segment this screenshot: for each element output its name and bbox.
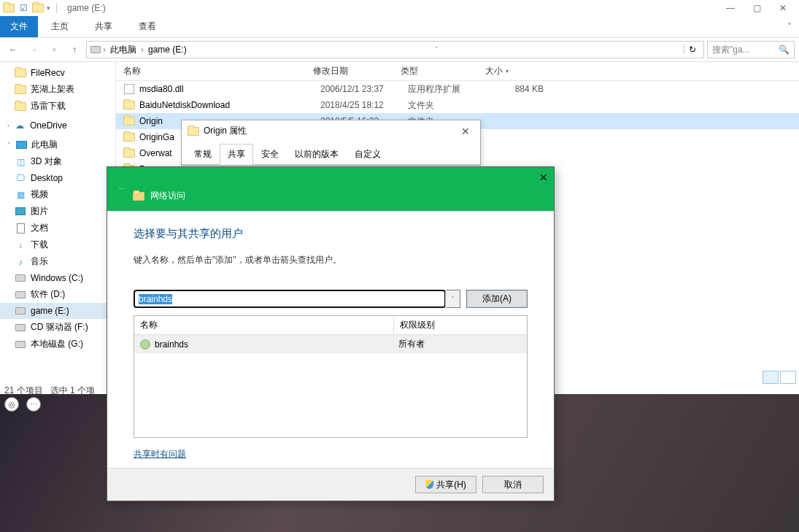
cancel-button[interactable]: 取消 xyxy=(482,476,544,493)
drive-icon xyxy=(90,44,101,55)
props-tab-security[interactable]: 安全 xyxy=(253,144,287,165)
ribbon: 文件 主页 共享 查看 ˅ xyxy=(0,16,799,38)
status-bar: 21 个项目 选中 1 个项 xyxy=(0,383,115,398)
props-tab-general[interactable]: 常规 xyxy=(186,144,220,165)
ribbon-toggle-icon[interactable]: ˅ xyxy=(780,19,799,35)
breadcrumb-thispc[interactable]: 此电脑 xyxy=(107,44,139,56)
tab-view[interactable]: 查看 xyxy=(126,16,169,37)
sidebar-item-xunlei[interactable]: 迅雷下载 xyxy=(0,98,115,115)
sidebar-item-desktop[interactable]: 🖵Desktop xyxy=(0,170,115,186)
dropdown-icon[interactable] xyxy=(32,2,44,14)
status-selected: 选中 1 个项 xyxy=(50,385,95,397)
network-icon xyxy=(133,190,144,202)
nav-bar: ← → ▾ ↑ › 此电脑 › game (E:) ˅ ↻ 搜索"ga... 🔍 xyxy=(0,38,799,62)
file-name: BaiduNetdiskDownload xyxy=(139,100,230,110)
sidebar-item-drive-g[interactable]: 本地磁盘 (G:) xyxy=(0,336,115,352)
sidebar-item-drive-e[interactable]: game (E:) xyxy=(0,303,115,319)
sort-indicator-icon: ▾ xyxy=(506,68,509,74)
properties-close-button[interactable]: ✕ xyxy=(457,126,474,137)
search-icon[interactable]: 🔍 xyxy=(779,45,790,55)
search-placeholder: 搜索"ga... xyxy=(712,44,750,56)
th-name[interactable]: 名称 xyxy=(134,316,394,334)
sidebar: FileRecv 芜湖上架表 迅雷下载 ›☁OneDrive ˅此电脑 ◫3D … xyxy=(0,62,115,398)
window-title: game (E:) xyxy=(67,3,106,13)
folder-icon xyxy=(188,126,199,137)
folder-icon xyxy=(123,115,135,127)
minimize-button[interactable]: — xyxy=(717,1,744,15)
file-date: 2018/4/25 18:12 xyxy=(313,100,401,110)
status-count: 21 个项目 xyxy=(4,385,43,397)
col-type[interactable]: 类型 xyxy=(393,65,478,77)
row-username: brainhds xyxy=(155,339,188,350)
share-users-table: 名称 权限级别 brainhds 所有者 xyxy=(134,315,528,438)
share-close-button[interactable]: ✕ xyxy=(539,171,548,183)
close-button[interactable]: ✕ xyxy=(770,1,796,15)
table-row[interactable]: brainhds 所有者 xyxy=(134,335,527,353)
file-name: msdia80.dll xyxy=(139,84,184,94)
share-dialog: ← 网络访问 ✕ 选择要与其共享的用户 键入名称，然后单击"添加"，或者单击箭头… xyxy=(107,166,555,501)
sidebar-item-filerecv[interactable]: FileRecv xyxy=(0,65,115,81)
file-type: 文件夹 xyxy=(401,99,485,112)
back-button[interactable]: ← xyxy=(4,41,22,58)
sidebar-item-pictures[interactable]: 图片 xyxy=(0,203,115,220)
col-name[interactable]: 名称 xyxy=(116,65,306,77)
share-user-combobox[interactable]: ˅ xyxy=(134,290,460,308)
table-row[interactable]: BaiduNetdiskDownload2018/4/25 18:12文件夹 xyxy=(116,97,799,113)
share-user-input[interactable] xyxy=(134,290,445,307)
folder-icon xyxy=(123,99,135,111)
media-target-icon[interactable]: ◎ xyxy=(4,397,19,412)
col-date[interactable]: 修改日期 xyxy=(306,65,393,77)
sidebar-item-music[interactable]: 音乐 xyxy=(0,253,115,270)
add-button[interactable]: 添加(A) xyxy=(466,290,528,308)
share-help-link[interactable]: 共享时有问题 xyxy=(134,448,186,460)
props-tab-custom[interactable]: 自定义 xyxy=(347,144,389,165)
view-large-icon[interactable] xyxy=(780,371,796,384)
properties-dialog: Origin 属性 ✕ 常规 共享 安全 以前的版本 自定义 xyxy=(181,120,481,166)
share-title: 选择要与其共享的用户 xyxy=(134,227,528,241)
row-permission: 所有者 xyxy=(398,338,521,350)
th-permission[interactable]: 权限级别 xyxy=(394,316,527,334)
forward-button[interactable]: → xyxy=(25,41,42,58)
maximize-button[interactable]: ▢ xyxy=(744,1,770,15)
properties-title: Origin 属性 xyxy=(204,125,247,137)
file-name: Overwat xyxy=(139,148,172,158)
back-arrow-icon[interactable]: ← xyxy=(117,183,131,193)
sidebar-item-wuhu[interactable]: 芜湖上架表 xyxy=(0,81,115,98)
combobox-dropdown-icon[interactable]: ˅ xyxy=(445,290,460,307)
props-tab-previous[interactable]: 以前的版本 xyxy=(287,144,347,165)
file-list-header: 名称 修改日期 类型 大小▾ xyxy=(116,62,799,81)
chevron-down-icon[interactable]: ▾ xyxy=(47,4,50,12)
tab-home[interactable]: 主页 xyxy=(38,16,82,37)
view-details-icon[interactable] xyxy=(763,371,779,384)
media-menu-icon[interactable]: ⋯ xyxy=(26,397,41,412)
sidebar-item-documents[interactable]: 文档 xyxy=(0,220,115,236)
sidebar-item-videos[interactable]: ▦视频 xyxy=(0,186,115,203)
search-input[interactable]: 搜索"ga... 🔍 xyxy=(707,41,795,58)
folder-icon xyxy=(123,131,135,143)
refresh-button[interactable]: ↻ xyxy=(684,45,700,55)
share-header-label: 网络访问 xyxy=(150,190,185,202)
folder-icon xyxy=(123,147,135,159)
breadcrumb[interactable]: › 此电脑 › game (E:) ˅ ↻ xyxy=(86,41,704,58)
props-tab-share[interactable]: 共享 xyxy=(220,144,253,165)
file-icon xyxy=(123,83,135,95)
sidebar-item-onedrive[interactable]: ›☁OneDrive xyxy=(0,117,115,134)
sidebar-item-thispc[interactable]: ˅此电脑 xyxy=(0,136,115,153)
sidebar-item-drive-d[interactable]: 软件 (D:) xyxy=(0,286,115,303)
breadcrumb-dropdown-icon[interactable]: ˅ xyxy=(432,46,441,53)
share-dialog-header: ← 网络访问 ✕ xyxy=(107,167,554,211)
tab-share[interactable]: 共享 xyxy=(82,16,126,37)
breadcrumb-drive[interactable]: game (E:) xyxy=(145,45,190,55)
col-size[interactable]: 大小▾ xyxy=(478,65,544,77)
up-button[interactable]: ↑ xyxy=(66,41,83,58)
sidebar-item-downloads[interactable]: 下载 xyxy=(0,236,115,253)
share-confirm-button[interactable]: 共享(H) xyxy=(415,476,476,493)
table-row[interactable]: msdia80.dll2006/12/1 23:37应用程序扩展884 KB xyxy=(116,81,799,97)
recent-dropdown[interactable]: ▾ xyxy=(45,41,63,58)
sidebar-item-3d[interactable]: ◫3D 对象 xyxy=(0,153,115,170)
sidebar-item-drive-f[interactable]: CD 驱动器 (F:) xyxy=(0,319,115,336)
share-description: 键入名称，然后单击"添加"，或者单击箭头查找用户。 xyxy=(134,254,528,266)
save-icon[interactable]: ☑ xyxy=(18,2,29,14)
sidebar-item-drive-c[interactable]: Windows (C:) xyxy=(0,270,115,286)
tab-file[interactable]: 文件 xyxy=(0,16,38,37)
